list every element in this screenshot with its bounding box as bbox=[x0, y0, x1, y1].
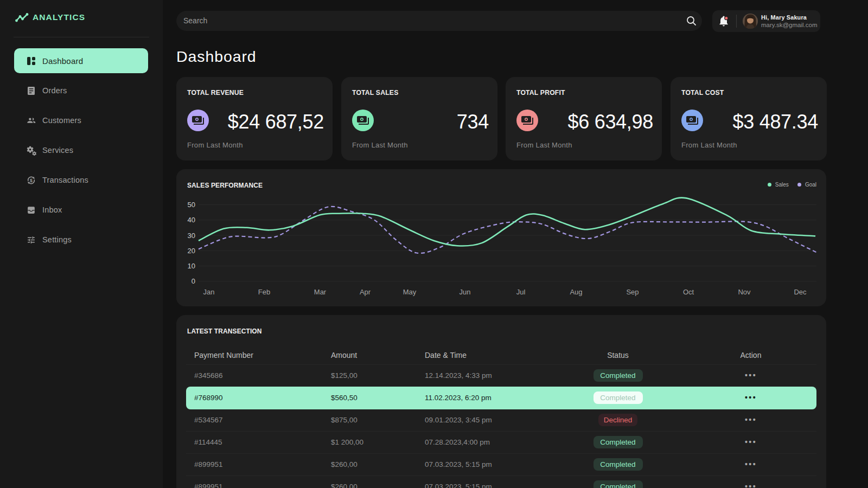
svg-text:Jul: Jul bbox=[516, 288, 526, 296]
svg-text:Mar: Mar bbox=[314, 288, 327, 296]
svg-text:Feb: Feb bbox=[258, 288, 270, 296]
svg-text:Apr: Apr bbox=[360, 288, 371, 296]
svg-text:$: $ bbox=[30, 177, 33, 183]
svg-text:Jun: Jun bbox=[459, 288, 471, 296]
svg-text:20: 20 bbox=[188, 247, 195, 255]
svg-text:0: 0 bbox=[192, 277, 195, 285]
svg-text:10: 10 bbox=[188, 262, 195, 270]
svg-text:50: 50 bbox=[188, 201, 195, 209]
svg-text:Sep: Sep bbox=[626, 288, 639, 296]
svg-text:Aug: Aug bbox=[570, 288, 582, 296]
svg-text:30: 30 bbox=[188, 232, 195, 240]
svg-text:Jan: Jan bbox=[203, 288, 215, 296]
svg-text:40: 40 bbox=[188, 216, 195, 224]
svg-text:May: May bbox=[403, 288, 417, 296]
svg-text:Oct: Oct bbox=[683, 288, 694, 296]
svg-text:Dec: Dec bbox=[794, 288, 807, 296]
svg-text:Nov: Nov bbox=[738, 288, 751, 296]
